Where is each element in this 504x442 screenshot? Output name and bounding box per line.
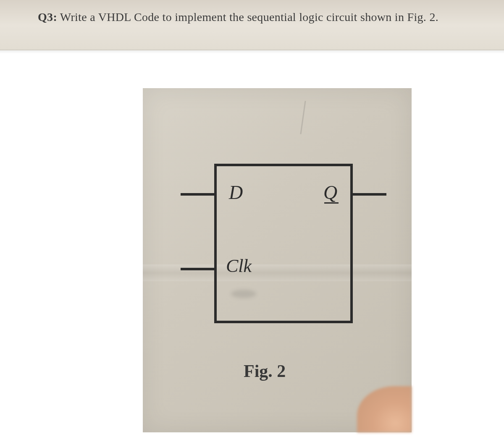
wire-d-input [181, 193, 216, 196]
question-prefix: Q3: [38, 10, 57, 24]
finger-blur [357, 386, 412, 432]
question-body: Write a VHDL Code to implement the seque… [60, 10, 438, 24]
ink-smudge [231, 290, 256, 298]
port-label-q: Q [323, 181, 337, 204]
question-strip: Q3: Write a VHDL Code to implement the s… [0, 0, 504, 50]
port-label-clk: Clk [226, 255, 252, 277]
port-label-d: D [229, 181, 243, 204]
q-underline [324, 202, 339, 204]
wire-q-output [351, 193, 386, 196]
wire-clk-input [181, 268, 216, 270]
figure-caption: Fig. 2 [244, 361, 286, 381]
pencil-scratch [300, 101, 306, 134]
strip-shadow [0, 50, 504, 54]
figure-photo: D Q Clk Fig. 2 [143, 88, 412, 432]
question-text: Q3: Write a VHDL Code to implement the s… [38, 10, 479, 24]
